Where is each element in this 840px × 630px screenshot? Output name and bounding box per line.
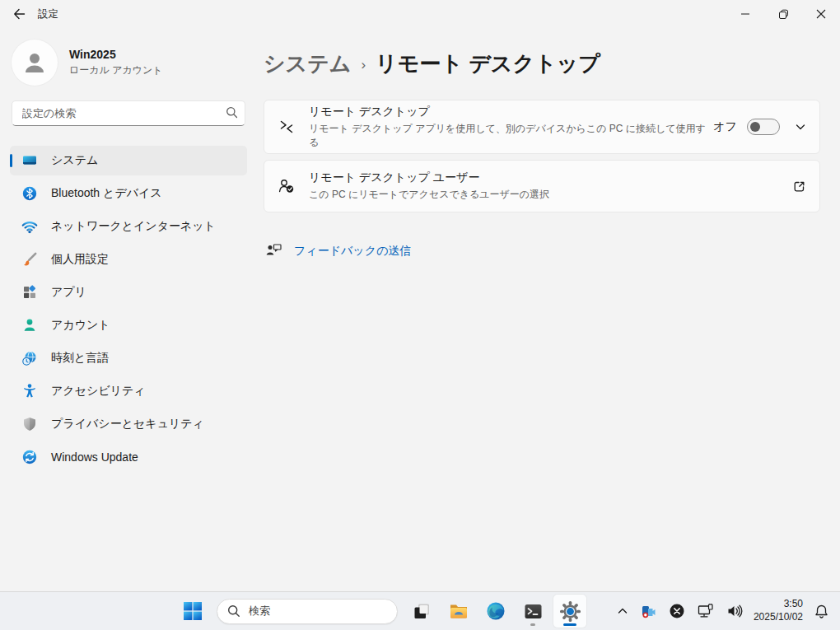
expander-chevron[interactable] [795,121,806,133]
status-x-icon [669,603,685,619]
sidebar-item-accounts[interactable]: アカウント [10,310,247,340]
tray-chevron-button[interactable] [611,596,634,626]
sidebar-nav: システム Bluetooth とデバイス ネットワークとインターネット [10,144,247,474]
sidebar-item-label: 個人用設定 [51,252,109,267]
close-button[interactable] [802,0,840,28]
edge-browser-button[interactable] [479,595,512,628]
tray-device-status-icon [640,603,657,620]
sidebar-item-label: アカウント [51,318,110,333]
edge-icon [485,600,506,622]
minimize-icon [740,9,750,19]
remote-desktop-users-card[interactable]: リモート デスクトップ ユーザー この PC にリモートでアクセスできるユーザー… [264,160,820,212]
bluetooth-icon [21,185,38,202]
user-account-type: ローカル アカウント [69,63,163,77]
terminal-icon [523,601,544,622]
windows-logo-icon [182,600,203,622]
sidebar: Win2025 ローカル アカウント システム [0,28,257,591]
minimize-button[interactable] [726,0,764,28]
sidebar-item-windows-update[interactable]: Windows Update [10,442,247,472]
system-tray: 3:50 2025/10/02 [611,592,835,630]
task-view-button[interactable] [405,595,438,628]
remote-desktop-users-title: リモート デスクトップ ユーザー [309,170,792,185]
sidebar-item-system[interactable]: システム [10,146,247,175]
sidebar-item-accessibility[interactable]: アクセシビリティ [10,376,247,406]
bell-icon [814,604,829,619]
file-explorer-icon [448,600,469,622]
file-explorer-button[interactable] [442,595,475,628]
sidebar-item-label: ネットワークとインターネット [51,219,216,234]
titlebar: 設定 [0,0,840,28]
window-controls [726,0,840,28]
breadcrumb-system[interactable]: システム [264,49,351,78]
toggle-state-label: オフ [713,119,737,134]
settings-window: 設定 Win2025 ローカル アカウント [0,0,840,591]
notifications-button[interactable] [808,596,835,626]
remote-desktop-icon [278,118,296,136]
open-external-icon [792,180,806,194]
restore-button[interactable] [764,0,802,28]
send-feedback-link[interactable]: フィードバックの送信 [294,244,411,259]
sidebar-item-label: アプリ [51,285,86,300]
sidebar-item-label: プライバシーとセキュリティ [51,417,204,432]
feedback-icon [265,243,282,259]
chevron-up-icon [617,605,628,617]
remote-desktop-toggle[interactable] [747,119,780,135]
windows-update-icon [21,449,38,465]
toggle-knob [750,122,760,132]
sidebar-item-apps[interactable]: アプリ [10,278,247,307]
sidebar-item-label: Windows Update [51,450,138,464]
restore-icon [778,9,789,20]
breadcrumb-separator: › [361,57,366,73]
sidebar-item-label: システム [51,153,98,168]
chevron-down-icon [795,121,806,133]
back-arrow-icon [12,7,26,21]
tray-device-status-button[interactable] [634,596,663,626]
sidebar-item-label: Bluetooth とデバイス [51,186,162,201]
back-button[interactable] [5,2,33,26]
speaker-icon [726,603,743,619]
settings-search [12,100,245,126]
volume-tray-button[interactable] [721,596,749,626]
remote-desktop-description: リモート デスクトップ アプリを使用して、別のデバイスからこの PC に接続して… [309,122,713,150]
settings-app-button[interactable] [553,595,586,628]
search-icon [226,106,238,119]
user-name: Win2025 [69,48,163,61]
breadcrumb: システム › リモート デスクトップ [264,49,820,78]
ethernet-icon [697,603,715,619]
privacy-icon [21,416,38,432]
feedback-row: フィードバックの送信 [265,243,820,259]
settings-cards: リモート デスクトップ リモート デスクトップ アプリを使用して、別のデバイスか… [264,100,820,212]
sidebar-item-privacy-security[interactable]: プライバシーとセキュリティ [10,409,247,439]
app-title: 設定 [38,7,58,21]
terminal-button[interactable] [516,595,549,628]
tray-status-x-button[interactable] [663,596,691,626]
settings-search-input[interactable] [12,100,245,126]
user-icon [21,49,49,77]
search-icon [227,604,240,618]
close-icon [816,9,826,19]
personalization-icon [21,251,38,268]
sidebar-item-bluetooth-devices[interactable]: Bluetooth とデバイス [10,179,247,208]
sidebar-item-label: 時刻と言語 [51,351,109,366]
start-button[interactable] [176,595,209,628]
remote-desktop-users-icon [278,177,296,195]
settings-gear-icon [559,600,581,623]
remote-desktop-card[interactable]: リモート デスクトップ リモート デスクトップ アプリを使用して、別のデバイスか… [264,100,820,154]
taskbar-center: 検索 [176,595,586,628]
user-account[interactable]: Win2025 ローカル アカウント [12,40,247,86]
system-icon [21,152,38,169]
sidebar-item-personalization[interactable]: 個人用設定 [10,245,247,274]
avatar [12,40,58,86]
taskbar-search[interactable]: 検索 [217,599,398,624]
task-view-icon [412,601,432,622]
tray-time: 3:50 [754,598,803,611]
sidebar-item-network-internet[interactable]: ネットワークとインターネット [10,212,247,241]
sidebar-item-label: アクセシビリティ [51,384,146,399]
clock-tray[interactable]: 3:50 2025/10/02 [749,596,808,626]
accessibility-icon [21,383,38,399]
sidebar-item-time-language[interactable]: 時刻と言語 [10,343,247,373]
taskbar: 検索 [0,591,840,630]
network-tray-button[interactable] [691,596,721,626]
page-title: リモート デスクトップ [376,49,600,78]
remote-desktop-title: リモート デスクトップ [309,105,713,119]
